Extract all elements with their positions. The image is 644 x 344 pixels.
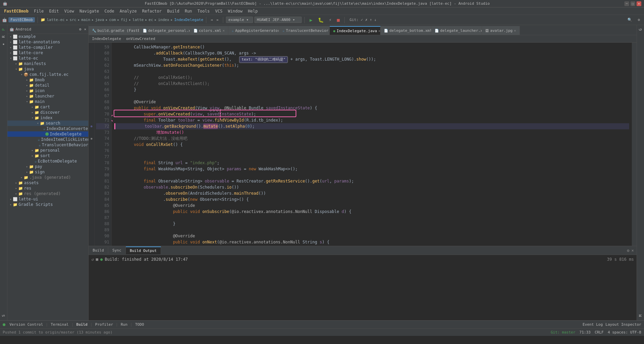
run-btn[interactable]: Run	[119, 322, 130, 327]
editor-scrollbar[interactable]	[632, 43, 637, 246]
toolbar-main[interactable]: main	[81, 18, 90, 22]
event-log-btn[interactable]: Event Log	[582, 322, 603, 327]
breadcrumb-onviewcreated[interactable]: onViewCreated	[126, 37, 155, 41]
bottom-settings-icon[interactable]: ⚙	[627, 248, 629, 253]
toolbar-java[interactable]: java	[95, 18, 104, 22]
tree-item-ecbottomdelegate[interactable]: ▸☕ EcBottomDelegate	[7, 158, 88, 164]
side-structure-button[interactable]: S	[1, 313, 6, 319]
menu-item-help[interactable]: Help	[245, 8, 260, 14]
menu-item-refactor[interactable]: Refactor	[139, 8, 164, 14]
tree-item-gradle[interactable]: ▸📁 Gradle Scripts	[7, 202, 88, 207]
tree-item-res-generated[interactable]: ▸📁 res (generated)	[7, 191, 88, 196]
line-ending[interactable]: CRLF	[595, 330, 604, 335]
code-editor[interactable]: ⊙ ◉ 59 60 61 62 63 64 65 66 67 68 69 70 …	[89, 43, 637, 246]
tree-item-latte-core[interactable]: ▸⬜ latte-core	[7, 50, 88, 56]
close-button[interactable]: ×	[637, 1, 641, 6]
tree-item-latte-ui[interactable]: ▸⬜ latte-ui	[7, 196, 88, 202]
toolbar-com[interactable]: com	[109, 18, 116, 22]
tree-item-main[interactable]: ▾📁 main	[7, 99, 88, 104]
tree-item-sort[interactable]: ▸📁 sort	[7, 153, 88, 158]
git-branch[interactable]: Git: master	[551, 330, 575, 335]
menu-item-edit[interactable]: Edit	[46, 8, 62, 14]
side-gradle-button[interactable]: G	[638, 26, 643, 33]
tab-appregistergenerator[interactable]: ☕ AppRegisterGenerator.java ×	[228, 26, 279, 35]
tree-item-discover[interactable]: ▸📁 discover	[7, 110, 88, 115]
tab-close-avatar[interactable]: ×	[514, 29, 516, 33]
restart-icon[interactable]: ↺	[91, 257, 94, 262]
toolbar-search[interactable]: 🔍	[625, 17, 634, 23]
run-button[interactable]: ▶	[307, 17, 314, 23]
menu-item-view[interactable]: View	[62, 8, 77, 14]
tab-delegate-launcher[interactable]: 📄 delegate_launcher.xml ×	[431, 26, 482, 35]
toolbar-ec[interactable]: ec	[148, 18, 153, 22]
bottom-tab-build[interactable]: Build	[89, 247, 108, 254]
tree-item-latte-annotations[interactable]: ▸⬜ latte-annotations	[7, 39, 88, 45]
tree-item-cart[interactable]: ▸📁 cart	[7, 104, 88, 110]
menu-item-build[interactable]: Build	[164, 8, 182, 14]
tree-item-res[interactable]: ▸📁 res	[7, 186, 88, 191]
tree-item-indexdataconverter[interactable]: ▸☕ IndexDataConverter	[7, 126, 88, 131]
toolbar-src[interactable]: src	[70, 18, 76, 22]
side-project-button[interactable]: P	[1, 26, 6, 33]
tab-close-colors[interactable]: ×	[223, 29, 225, 33]
menu-item-file[interactable]: File	[31, 8, 46, 14]
charset[interactable]: 4 spaces: UTF-8	[608, 330, 641, 335]
side-resource-button[interactable]: R	[1, 34, 6, 40]
profile-button[interactable]: ⚡	[327, 17, 334, 23]
tree-item-launcher[interactable]: ▸📁 launcher	[7, 93, 88, 99]
tree-item-java-generated[interactable]: ▸📁 .java (generated)	[7, 175, 88, 180]
bottom-tab-build-output[interactable]: Build Output	[126, 246, 161, 254]
toolbar-back[interactable]: ◄	[209, 17, 214, 23]
bottom-close-icon[interactable]: ×	[631, 248, 634, 253]
tree-item-personal[interactable]: ▸📁 personal	[7, 148, 88, 153]
device-selector[interactable]: HUAWEI JEF-AN00 ▾	[254, 17, 302, 23]
todo-btn[interactable]: TODO	[133, 322, 146, 327]
stop-build-icon[interactable]: ■	[96, 257, 98, 262]
tree-item-detail[interactable]: ▸📁 detail	[7, 83, 88, 88]
tree-item-java[interactable]: ▾📁 java	[7, 66, 88, 72]
tree-item-bmob[interactable]: ▸📁 Bmob	[7, 77, 88, 83]
tree-item-translucentbehavior[interactable]: ▸☕ TranslucentBehavior	[7, 142, 88, 148]
tab-indexdelegate[interactable]: ● IndexDelegate.java ×	[330, 26, 381, 35]
tab-colors[interactable]: 📄 colors.xml ×	[190, 26, 228, 35]
tab-avatar[interactable]: 🖼 avatar.jpg ×	[482, 26, 520, 35]
tab-close-indexdelegate[interactable]: ×	[378, 29, 381, 33]
toolbar-index[interactable]: index	[158, 18, 169, 22]
breadcrumb-indexdelegate[interactable]: IndexDelegate	[92, 37, 121, 41]
tab-build-gradle[interactable]: 🔧 build.gradle (FastECBmob) ×	[89, 26, 139, 35]
tab-translucentbehavior[interactable]: ☕ TranslucentBehavior.java ×	[279, 26, 330, 35]
menu-item-analyze[interactable]: Analyze	[117, 8, 140, 14]
toolbar-latte[interactable]: latte	[133, 18, 144, 22]
project-close-icon[interactable]: ×	[84, 27, 86, 31]
bottom-tab-sync[interactable]: Sync	[108, 247, 126, 254]
tree-item-assets[interactable]: ▸📁 assets	[7, 180, 88, 186]
toolbar-forward[interactable]: ►	[215, 17, 221, 23]
code-content[interactable]: CallbackManager.getInstance() .addCallba…	[112, 43, 632, 246]
debug-button[interactable]: 🐛	[316, 17, 326, 23]
layout-inspector-btn[interactable]: Layout Inspector	[605, 322, 641, 327]
tab-delegate-personal[interactable]: 📄 delegate_personal.xml ×	[139, 26, 190, 35]
tree-item-index[interactable]: ▾📁 index	[7, 115, 88, 121]
toolbar-file[interactable]: IndexDelegate	[174, 18, 203, 22]
settings-button[interactable]: ⚙	[636, 17, 642, 23]
maximize-button[interactable]: □	[630, 1, 635, 6]
version-control-btn[interactable]: Version Control	[7, 322, 45, 327]
terminal-btn[interactable]: Terminal	[49, 322, 71, 327]
tree-item-package[interactable]: ▾📦 com.fij.latte.ec	[7, 72, 88, 77]
tree-item-example[interactable]: ▸⬜ example	[7, 34, 88, 39]
tree-item-manifests[interactable]: ▸📁 manifests	[7, 61, 88, 66]
cursor-position[interactable]: 71:33	[579, 330, 591, 335]
menu-item-run[interactable]: Run	[182, 8, 195, 14]
toolbar-project[interactable]: FastECBmob	[8, 17, 35, 22]
tab-delegate-bottom[interactable]: 📄 delegate_bottom.xml ×	[381, 26, 431, 35]
run-config-selector[interactable]: example ▾	[226, 17, 253, 23]
toolbar-module[interactable]: latte-ec	[47, 18, 65, 22]
menu-item-window[interactable]: Window	[225, 8, 245, 14]
menu-item-app[interactable]: FastECBmob	[1, 8, 31, 14]
tree-item-icon[interactable]: ▸📁 icon	[7, 88, 88, 93]
toolbar-fij[interactable]: fij	[121, 18, 128, 22]
tree-item-indexitemclicklistener[interactable]: ▸☕ IndexItemClickListener	[7, 137, 88, 142]
side-favorites-button[interactable]: ★	[1, 40, 6, 49]
tree-item-sign[interactable]: ▸📁 sign	[7, 169, 88, 175]
tree-item-latte-ec[interactable]: ▾⬜ latte-ec	[7, 56, 88, 61]
